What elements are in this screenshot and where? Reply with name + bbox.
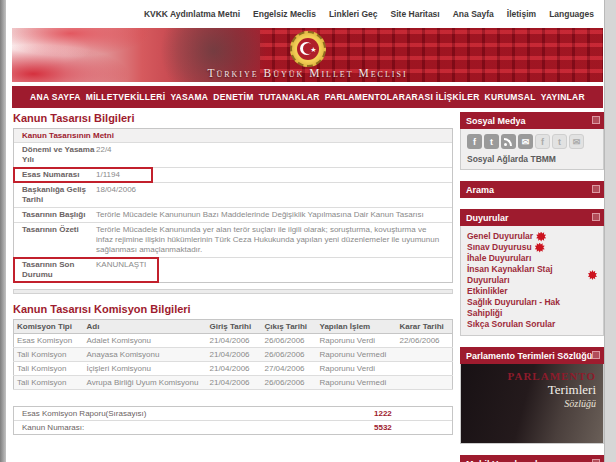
commission-section-title: Kanun Tasarısı Komisyon Bilgileri [13,303,453,315]
duyurular-header[interactable]: Duyurular [460,209,604,226]
link-kvkk[interactable]: KVKK Aydınlatma Metni [144,9,240,19]
collapse-icon[interactable] [592,351,600,359]
nav-denetim[interactable]: DENETİM [213,92,253,102]
table-row: Esas Komisyon Raporu(Sırasayısı) 1222 [14,407,452,421]
page-right-border [604,0,616,462]
arama-header[interactable]: Arama [460,181,604,198]
facebook-icon[interactable]: f [467,134,482,149]
table-row-son-durumu: Tasarının Son Durumu KANUNLAŞTI [14,258,452,282]
link-engelsiz-meclis[interactable]: Engelsiz Meclis [253,9,316,19]
table-row: Dönemi ve Yasama Yılı 22/4 [14,143,452,168]
sidebar-section-arama: Arama [460,181,604,198]
collapse-icon[interactable] [592,213,600,221]
mobil-header[interactable]: Mobil Uygulamalar [460,455,604,462]
sidebar-section-sosyal-medya: Sosyal Medya f t ✉ f t ✉ Sosyal Ağlarda … [460,112,604,170]
table-row: Esas Komisyon Adalet Komisyonu 21/04/200… [14,334,453,348]
link-sinav-duyurusu[interactable]: Sınav Duyurusu [467,242,597,253]
collapse-icon[interactable] [592,185,600,193]
link-ihale-duyurulari[interactable]: İhale Duyuruları [467,253,597,264]
utility-bar: KVKK Aydınlatma Metni Engelsiz Meclis Li… [6,0,604,27]
table-row: Kanun Numarası: 5532 [14,421,452,434]
sidebar-section-mobil: Mobil Uygulamalar [460,455,604,462]
table-row: Tali Komisyon İçişleri Komisyonu 21/04/2… [14,362,453,376]
link-genel-duyurular[interactable]: Genel Duyurular [467,231,597,242]
twitter-icon[interactable]: t [484,134,499,149]
nav-milletvekilleri[interactable]: MİLLETVEKİLLERİ [86,92,166,102]
table-row: Tali Komisyon Anayasa Komisyonu 21/04/20… [14,348,453,362]
kanun-numarasi-link[interactable]: 5532 [374,423,444,432]
sosyal-medya-header[interactable]: Sosyal Medya [460,112,604,129]
link-languages[interactable]: Languages [549,9,594,19]
sidebar-section-duyurular: Duyurular Genel Duyurular Sınav Duyurusu… [460,209,604,336]
nav-parlamentolararasi[interactable]: PARLAMENTOLARARASI İLİŞKİLER [325,92,480,102]
new-badge-icon [535,243,545,253]
banner-title: Türkiye Büyük Millet Meclisi [12,67,603,79]
report-number-table: Esas Komisyon Raporu(Sırasayısı) 1222 Ka… [13,406,453,435]
page-title: Kanun Tasarısı Bilgileri [13,112,453,124]
link-etkinlikler[interactable]: Etkinlikler [467,286,597,297]
collapse-icon[interactable] [592,116,600,124]
table-row: Tasarının Özeti Terörle Mücadele Kanunun… [14,223,452,258]
link-ana-sayfa[interactable]: Ana Sayfa [453,9,494,19]
new-badge-icon [588,270,597,280]
link-linkleri-gec[interactable]: Linkleri Geç [329,9,378,19]
table-header-row: Komisyon Tipi Adı Giriş Tarihi Çıkış Tar… [14,320,453,334]
main-nav: ANA SAYFA MİLLETVEKİLLERİ YASAMA DENETİM… [12,86,603,108]
table-row: Tali Komisyon Avrupa Birliği Uyum Komisy… [14,376,453,390]
facebook-icon-alt[interactable]: f [535,134,550,149]
link-site-haritasi[interactable]: Site Haritası [391,9,440,19]
sidebar: Sosyal Medya f t ✉ f t ✉ Sosyal Ağlarda … [460,112,604,462]
tbmm-emblem-icon: ★ [290,31,326,67]
nav-yasama[interactable]: YASAMA [170,92,208,102]
rss-icon[interactable] [501,134,516,149]
nav-kurumsal[interactable]: KURUMSAL [485,92,536,102]
sozluk-cover-image[interactable]: PARLAMENTO Terimleri Sözlüğü [460,364,604,444]
sira-sayisi-link[interactable]: 1222 [374,409,444,418]
sosyal-medya-caption: Sosyal Ağlarda TBMM [467,154,597,164]
new-badge-icon [536,232,546,242]
nav-ana-sayfa[interactable]: ANA SAYFA [30,92,81,102]
commission-table: Komisyon Tipi Adı Giriş Tarihi Çıkış Tar… [13,319,453,390]
table-row: Tasarının Başlığı Terörle Mücadele Kanun… [14,208,452,223]
link-staj-duyurulari[interactable]: İnsan Kaynakları Staj Duyuruları [467,264,597,286]
table-row: Kanun Tasarısının Metni [14,129,452,143]
table-footer-strip [13,289,453,294]
link-saglik-duyurulari[interactable]: Sağlık Duyuruları - Hak Sahipliği [467,297,597,319]
table-row: Başkanlığa Geliş Tarihi 18/04/2006 [14,183,452,208]
email-icon[interactable]: ✉ [518,134,533,149]
bill-info-table: Kanun Tasarısının Metni Dönemi ve Yasama… [13,128,453,283]
sidebar-section-sozluk: Parlamento Terimleri Sözlüğü PARLAMENTO … [460,347,604,444]
page-left-border [0,0,6,462]
nav-tutanaklar[interactable]: TUTANAKLAR [259,92,320,102]
bill-text-link[interactable]: Kanun Tasarısının Metni [14,131,114,140]
star-icon: ★ [310,46,316,53]
link-sss[interactable]: Sıkça Sorulan Sorular [467,319,597,330]
tbmm-header-banner: ★ Türkiye Büyük Millet Meclisi [12,28,603,82]
email-icon-alt[interactable]: ✉ [569,134,584,149]
sozluk-header[interactable]: Parlamento Terimleri Sözlüğü [460,347,604,364]
main-content: Kanun Tasarısı Bilgileri Kanun Tasarısın… [13,112,453,435]
twitter-icon-alt[interactable]: t [552,134,567,149]
table-row-esas-numarasi: Esas Numarası 1/1194 [14,168,452,183]
link-iletisim[interactable]: İletişim [507,9,536,19]
nav-yayinlar[interactable]: YAYINLAR [541,92,585,102]
